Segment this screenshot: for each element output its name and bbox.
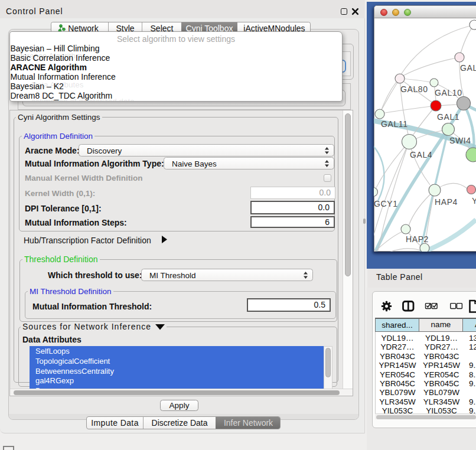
svg-text:HAP4: HAP4 [435,197,458,207]
svg-text:GAL11: GAL11 [381,119,408,129]
svg-text:GAL7: GAL7 [460,63,476,73]
svg-text:GAL10: GAL10 [435,88,462,97]
svg-text:GCY1: GCY1 [374,199,398,208]
svg-text:YKL: YKL [472,196,476,206]
svg-text:GAL4: GAL4 [410,150,432,159]
svg-text:GAL80: GAL80 [400,84,428,94]
svg-text:GAL1: GAL1 [437,112,459,122]
svg-text:HAP2: HAP2 [406,234,429,244]
svg-text:SWI4: SWI4 [449,136,471,145]
